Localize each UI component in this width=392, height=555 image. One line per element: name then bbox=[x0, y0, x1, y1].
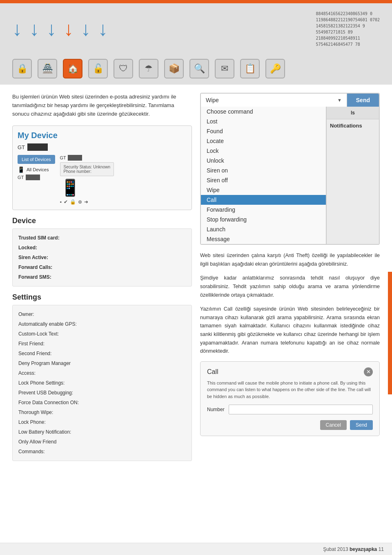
action-icon-5: ➜ bbox=[84, 199, 88, 205]
right-paragraph-3: Yazılımın Call özelliği sayesinde ürünün… bbox=[200, 305, 380, 356]
call-actions: Cancel Send bbox=[207, 420, 373, 430]
gt-label-small: GT bbox=[60, 155, 82, 161]
setting-custom-lock: Custom-Lock Text: bbox=[18, 329, 186, 339]
command-list-col: Choose command Lost Found Locate Lock Un… bbox=[201, 107, 326, 244]
header-numbers: 884854165622340865349 0 1198648822121907… bbox=[316, 11, 380, 47]
header-section: ↓ ↓ ↓ ↓ ↓ ↓ 884854165622340865349 0 1198… bbox=[0, 3, 392, 55]
setting-access: Access: bbox=[18, 368, 186, 378]
device-inner: List of Devices 📱 All Devices GT GT bbox=[18, 155, 187, 205]
setting-first-friend: First Friend: bbox=[18, 339, 186, 349]
icon-package: 📦 bbox=[164, 59, 184, 78]
cancel-button[interactable]: Cancel bbox=[320, 420, 347, 430]
cmd-call[interactable]: Call bbox=[201, 195, 326, 205]
right-paragraph-1: Web sitesi üzerinden çalına karşıtı (Ant… bbox=[200, 251, 380, 268]
gt-small-box-2 bbox=[68, 155, 82, 161]
icon-doc: 📋 bbox=[240, 59, 260, 78]
setting-low-battery: Low Battery Notification: bbox=[18, 427, 186, 437]
cmd-choose[interactable]: Choose command bbox=[201, 107, 326, 116]
all-devices-row: 📱 All Devices bbox=[18, 166, 55, 173]
setting-lock-phone: Lock Phone: bbox=[18, 417, 186, 427]
number-label: Number bbox=[207, 407, 225, 412]
cmd-stop-forwarding[interactable]: Stop forwarding bbox=[201, 215, 326, 224]
cmd-siren-off[interactable]: Siren off bbox=[201, 175, 326, 185]
cmd-forwarding[interactable]: Forwarding bbox=[201, 205, 326, 215]
left-column: Bu işlemleri ürünün Web sitesi üzerinden… bbox=[12, 93, 192, 468]
settings-details: Owner: Automatically enable GPS: Custom-… bbox=[12, 305, 192, 461]
notifications-label: Notifications bbox=[327, 119, 379, 132]
wipe-select[interactable]: Wipe ▼ bbox=[201, 94, 347, 107]
cmd-lost[interactable]: Lost bbox=[201, 116, 326, 126]
footer-date: Şubat 2013 bbox=[323, 546, 348, 552]
intro-paragraph: Bu işlemleri ürünün Web sitesi üzerinden… bbox=[12, 93, 192, 118]
settings-section: Settings Owner: Automatically enable GPS… bbox=[12, 293, 192, 461]
field-forward-sms: Forward SMS: bbox=[18, 272, 186, 282]
cmd-found[interactable]: Found bbox=[201, 126, 326, 136]
arrow-down-orange: ↓ bbox=[64, 19, 74, 39]
arrows-row: ↓ ↓ ↓ ↓ ↓ ↓ bbox=[12, 19, 108, 39]
setting-force-data: Force Data Connection ON: bbox=[18, 398, 186, 407]
settings-title: Settings bbox=[12, 293, 192, 302]
list-of-devices-button[interactable]: List of Devices bbox=[18, 155, 55, 164]
icon-home: 🏠 bbox=[63, 59, 82, 78]
icon-mail: ✉ bbox=[215, 59, 234, 78]
action-icon-2: ✔ bbox=[64, 199, 68, 205]
right-column: Wipe ▼ Send Choose command Lost Found Lo… bbox=[192, 93, 380, 468]
send-button[interactable]: Send bbox=[347, 94, 379, 107]
right-paragraph-2: Şimdiye kadar anlattıklarımız sonrasında… bbox=[200, 274, 380, 299]
footer-brand: beyazşapka bbox=[350, 546, 377, 552]
my-device-title: My Device bbox=[18, 131, 187, 140]
cmd-wipe[interactable]: Wipe bbox=[201, 185, 326, 195]
field-trusted-sim: Trusted SIM card: bbox=[18, 233, 186, 243]
icon-umbrella: ☂ bbox=[139, 59, 158, 78]
gt-small-row: GT bbox=[18, 175, 55, 180]
setting-lock-phone-settings: Lock Phone Settings: bbox=[18, 378, 186, 388]
icon-shield: 🛡 bbox=[114, 59, 133, 78]
full-command-area: Choose command Lost Found Locate Lock Un… bbox=[201, 107, 379, 244]
setting-prevent-usb: Prevent USB Debugging: bbox=[18, 388, 186, 398]
setting-gps: Automatically enable GPS: bbox=[18, 319, 186, 329]
cmd-unlock[interactable]: Unlock bbox=[201, 156, 326, 166]
call-close-button[interactable]: ✕ bbox=[364, 367, 373, 376]
command-list: Choose command Lost Found Locate Lock Un… bbox=[201, 107, 326, 244]
phone-icon: 📱 bbox=[60, 178, 80, 197]
gt-box bbox=[27, 143, 48, 151]
footer: Şubat 2013 beyazşapka 11 bbox=[0, 543, 392, 555]
call-send-button[interactable]: Send bbox=[350, 420, 373, 430]
device-section-title: Device bbox=[12, 217, 192, 225]
icon-key: 🔑 bbox=[265, 59, 285, 78]
action-icon-4: ⊕ bbox=[78, 199, 82, 205]
number-input[interactable] bbox=[229, 405, 373, 414]
call-description: This command will cause the mobile phone… bbox=[207, 380, 373, 400]
setting-thorough-wipe: Thorough Wipe: bbox=[18, 407, 186, 417]
setting-only-allow: Only Allow Friend bbox=[18, 437, 186, 447]
field-forward-calls: Forward Calls: bbox=[18, 262, 186, 272]
main-content: Bu işlemleri ürünün Web sitesi üzerinden… bbox=[0, 85, 392, 476]
icon-lock: 🔒 bbox=[12, 59, 32, 78]
cmd-lock[interactable]: Lock bbox=[201, 146, 326, 156]
icon-search: 🔍 bbox=[189, 59, 209, 78]
cmd-siren-on[interactable]: Siren on bbox=[201, 166, 326, 175]
security-info: Security Status: Unknown Phone number: bbox=[60, 162, 114, 176]
device-section: Device Trusted SIM card: Locked: Siren A… bbox=[12, 217, 192, 286]
icon-row: 🔒 🏯 🏠 🔓 🛡 ☂ 📦 🔍 ✉ 📋 🔑 bbox=[0, 55, 392, 85]
setting-second-friend: Second Friend: bbox=[18, 349, 186, 358]
icon-castle: 🏯 bbox=[38, 59, 57, 78]
phone-image-area: GT Security Status: Unknown Phone number… bbox=[60, 155, 187, 205]
cmd-launch[interactable]: Launch bbox=[201, 224, 326, 234]
command-header: Wipe ▼ Send bbox=[201, 94, 379, 107]
action-icon-1: ▪ bbox=[60, 199, 62, 205]
field-siren: Siren Active: bbox=[18, 253, 186, 262]
action-icon-3: 🔒 bbox=[70, 199, 76, 205]
call-panel: Call ✕ This command will cause the mobil… bbox=[200, 361, 380, 436]
arrow-down-5: ↓ bbox=[81, 19, 91, 39]
call-panel-header: Call ✕ bbox=[207, 367, 373, 376]
field-locked: Locked: bbox=[18, 243, 186, 253]
setting-owner: Owner: bbox=[18, 309, 186, 319]
orange-accent-bar bbox=[388, 272, 392, 394]
notifications-header: ls bbox=[327, 107, 379, 119]
action-icons-row: ▪ ✔ 🔒 ⊕ ➜ bbox=[60, 199, 88, 205]
notifications-col: ls Notifications bbox=[326, 107, 379, 244]
cmd-locate[interactable]: Locate bbox=[201, 136, 326, 146]
cmd-message[interactable]: Message bbox=[201, 234, 326, 244]
arrow-down-6: ↓ bbox=[98, 19, 108, 39]
